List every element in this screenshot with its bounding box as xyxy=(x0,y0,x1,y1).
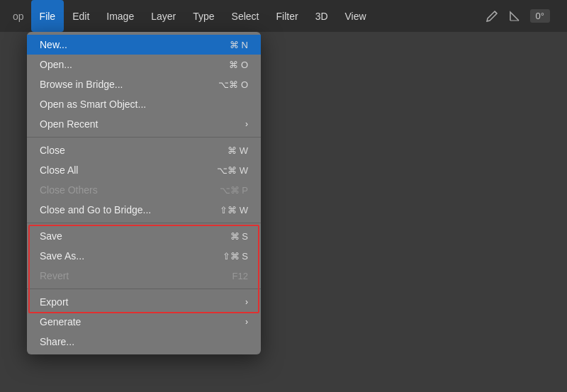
menu-item-open-smart[interactable]: Open as Smart Object... xyxy=(27,94,261,114)
svg-line-0 xyxy=(495,11,497,13)
menu-select[interactable]: Select xyxy=(223,0,268,32)
separator-2 xyxy=(27,223,261,223)
menu-image[interactable]: Image xyxy=(98,0,142,32)
menu-item-share[interactable]: Share... xyxy=(27,332,261,352)
menu-item-export[interactable]: Export › xyxy=(27,292,261,312)
app-name: op xyxy=(6,0,31,32)
menu-item-generate[interactable]: Generate › xyxy=(27,312,261,332)
menu-item-close-all[interactable]: Close All ⌥⌘ W xyxy=(27,160,261,180)
export-arrow: › xyxy=(245,297,248,307)
angle-icon xyxy=(507,9,522,23)
menu-item-close[interactable]: Close ⌘ W xyxy=(27,140,261,160)
menu-item-open[interactable]: Open... ⌘ O xyxy=(27,55,261,74)
angle-value[interactable]: 0° xyxy=(530,9,550,23)
menu-item-open-recent[interactable]: Open Recent › xyxy=(27,114,261,134)
menu-item-new[interactable]: New... ⌘ N xyxy=(27,35,261,55)
menu-item-browse-bridge[interactable]: Browse in Bridge... ⌥⌘ O xyxy=(27,74,261,94)
file-dropdown-menu: New... ⌘ N Open... ⌘ O Browse in Bridge.… xyxy=(27,32,261,354)
submenu-arrow: › xyxy=(245,119,248,129)
menu-item-save-as[interactable]: Save As... ⇧⌘ S xyxy=(27,246,261,266)
menu-filter[interactable]: Filter xyxy=(268,0,307,32)
menu-3d[interactable]: 3D xyxy=(307,0,337,32)
menu-item-save[interactable]: Save ⌘ S xyxy=(27,226,261,246)
separator-3 xyxy=(27,289,261,289)
edit-icon[interactable] xyxy=(485,9,499,23)
menubar: op File Edit Image Layer Type Select Fil… xyxy=(0,0,567,32)
menu-layer[interactable]: Layer xyxy=(142,0,184,32)
toolbar-controls: 0° xyxy=(485,9,561,23)
menu-edit[interactable]: Edit xyxy=(64,0,98,32)
menu-type[interactable]: Type xyxy=(184,0,223,32)
menubar-right: 0° xyxy=(485,0,561,32)
menu-item-close-others: Close Others ⌥⌘ P xyxy=(27,180,261,200)
menu-view[interactable]: View xyxy=(337,0,375,32)
separator-1 xyxy=(27,137,261,138)
menu-item-close-bridge[interactable]: Close and Go to Bridge... ⇧⌘ W xyxy=(27,200,261,220)
menu-item-revert: Revert F12 xyxy=(27,266,261,286)
generate-arrow: › xyxy=(245,317,248,327)
menu-file[interactable]: File xyxy=(31,0,64,32)
